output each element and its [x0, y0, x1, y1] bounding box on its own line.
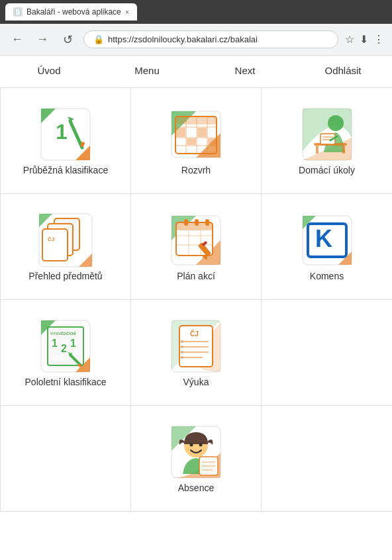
nav-tabs: Úvod Menu Next Odhlásit [0, 56, 392, 88]
svg-text:2: 2 [61, 343, 67, 354]
svg-point-69 [181, 356, 183, 359]
domaci-ukoly-label: Domácí úkoly [299, 164, 355, 176]
pololetni-klasifikace-icon: VYSVĚDČENÍ 1 2 1 [36, 316, 95, 376]
svg-text:K: K [315, 225, 332, 252]
svg-rect-38 [195, 219, 199, 226]
svg-rect-14 [176, 128, 185, 137]
tab-uvod[interactable]: Úvod [0, 56, 98, 87]
svg-text:1: 1 [56, 120, 68, 144]
plan-akci-label: Plán akcí [177, 270, 215, 282]
absence-icon [166, 422, 226, 482]
svg-text:ČJ: ČJ [48, 236, 54, 242]
svg-rect-15 [187, 138, 196, 145]
svg-point-19 [328, 115, 344, 131]
tab-odhlasit[interactable]: Odhlásit [294, 56, 392, 87]
vyuka-label: Výuka [183, 376, 209, 388]
svg-text:ČJ: ČJ [190, 330, 199, 338]
svg-point-73 [199, 443, 203, 447]
browser-title-bar: 📄 Bakaláři - webová aplikace × [0, 0, 392, 24]
tab-favicon: 📄 [13, 7, 23, 17]
svg-rect-7 [175, 117, 217, 124]
svg-text:1: 1 [70, 338, 76, 349]
svg-text:1: 1 [52, 338, 58, 349]
svg-point-68 [181, 351, 183, 353]
svg-rect-39 [205, 219, 209, 226]
refresh-button[interactable]: ↺ [58, 32, 77, 47]
domaci-ukoly-icon [297, 105, 357, 164]
browser-menu-button[interactable]: ⋮ [373, 33, 384, 46]
lock-icon: 🔒 [93, 34, 104, 44]
svg-rect-37 [184, 219, 188, 226]
browser-tab[interactable]: 📄 Bakaláři - webová aplikace × [5, 3, 137, 21]
tab-close-button[interactable]: × [125, 8, 129, 16]
prehled-predmetu-label: Přehled předmětů [28, 270, 102, 282]
cell-pololetni-klasifikace[interactable]: VYSVĚDČENÍ 1 2 1 Pololetní klasifikace [1, 300, 131, 406]
komens-icon: K [297, 210, 357, 270]
download-button[interactable]: ⬇ [360, 33, 368, 46]
tab-menu[interactable]: Menu [98, 56, 196, 87]
star-button[interactable]: ☆ [345, 33, 354, 46]
cell-prubezna-klasifikace[interactable]: 1 Průběžná klasifikace [1, 88, 131, 194]
cell-vyuka[interactable]: ČJ Výuka [131, 300, 262, 406]
rozvrh-label: Rozvrh [181, 164, 211, 176]
address-text: https://zsdolniloucky.bakalari.cz/bakala… [108, 34, 258, 44]
forward-button[interactable]: → [33, 32, 52, 46]
back-button[interactable]: ← [8, 32, 26, 46]
svg-point-67 [181, 346, 183, 348]
absence-label: Absence [178, 482, 214, 494]
browser-address-bar: ← → ↺ 🔒 https://zsdolniloucky.bakalari.c… [0, 24, 392, 56]
tab-next[interactable]: Next [196, 56, 294, 87]
address-actions: ☆ ⬇ ⋮ [345, 33, 384, 46]
svg-rect-21 [316, 146, 318, 154]
prubezna-klasifikace-icon: 1 [36, 105, 95, 164]
rozvrh-icon [166, 105, 226, 164]
svg-rect-17 [208, 138, 216, 145]
tab-title: Bakaláři - webová aplikace [26, 7, 121, 17]
pololetni-klasifikace-label: Pololetní klasifikace [25, 376, 107, 388]
cell-absence[interactable]: Absence [131, 406, 262, 512]
prubezna-klasifikace-label: Průběžná klasifikace [23, 164, 108, 176]
svg-point-66 [181, 340, 183, 343]
cell-empty-r4c3 [262, 406, 392, 512]
cell-empty-r4c1 [1, 406, 131, 512]
svg-rect-16 [197, 128, 207, 137]
prehled-predmetu-icon: AJ M ČJ [36, 210, 95, 270]
svg-rect-22 [342, 146, 345, 154]
cell-komens[interactable]: K Komens [262, 194, 392, 300]
plan-akci-icon [166, 210, 226, 270]
cell-plan-akci[interactable]: Plán akcí [131, 194, 262, 300]
vyuka-icon: ČJ [166, 316, 226, 376]
svg-rect-32 [42, 229, 68, 261]
svg-text:VYSVĚDČENÍ: VYSVĚDČENÍ [50, 331, 76, 336]
komens-label: Komens [310, 270, 344, 282]
cell-prehled-predmetu[interactable]: AJ M ČJ Přehled předmětů [1, 194, 131, 300]
address-bar[interactable]: 🔒 https://zsdolniloucky.bakalari.cz/baka… [83, 30, 338, 48]
main-grid: 1 Průběžná klasifikace [0, 88, 392, 512]
cell-rozvrh[interactable]: Rozvrh [131, 88, 262, 194]
cell-domaci-ukoly[interactable]: Domácí úkoly [262, 88, 392, 194]
svg-point-72 [190, 443, 193, 447]
cell-empty-r3c3 [262, 300, 392, 406]
